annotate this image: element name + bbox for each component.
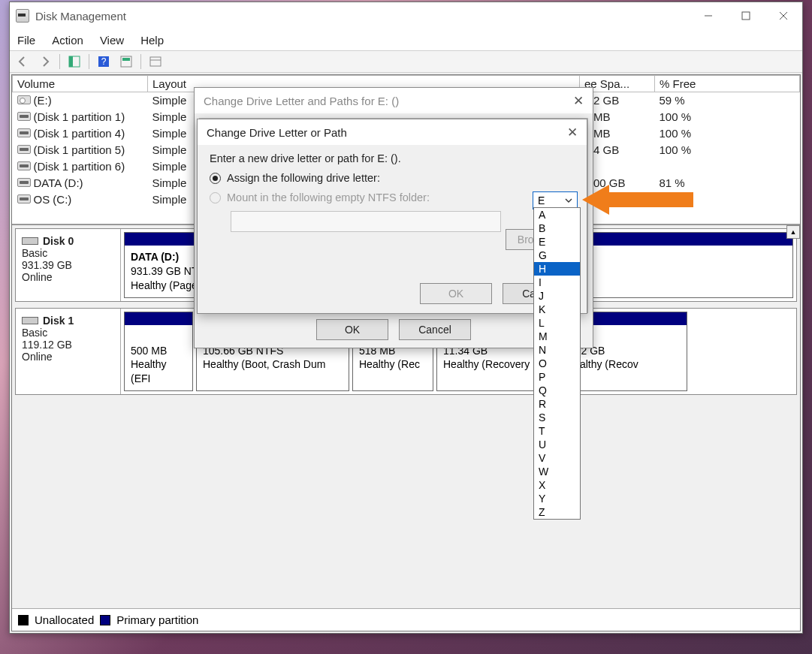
dialog-title: Change Drive Letter and Paths for E: () … [195,88,593,113]
dropdown-item[interactable]: A [534,208,580,222]
legend-primary: Primary partition [116,613,198,626]
menu-action[interactable]: Action [52,34,83,47]
refresh-icon[interactable] [116,53,136,71]
volume-icon [17,178,31,187]
dropdown-item[interactable]: Q [534,384,580,397]
volume-icon [17,194,31,203]
legend-unallocated-icon [18,615,29,625]
disk-header: Disk 0Basic931.39 GBOnline [16,229,121,301]
menu-bar: File Action View Help [10,29,802,50]
dialog2-title: Change Drive Letter or Path ✕ [198,119,587,145]
disk-icon [22,237,38,245]
svg-rect-5 [69,56,73,67]
dropdown-item[interactable]: X [534,478,580,492]
chevron-down-icon [565,194,572,206]
dropdown-item[interactable]: T [534,424,580,438]
dropdown-item[interactable]: O [534,357,580,370]
svg-text:?: ? [101,56,107,67]
dialog-prompt: Enter a new drive letter or path for E: … [210,152,575,164]
ntfs-folder-input [231,211,501,232]
annotation-arrow [582,183,695,216]
partition[interactable]: 500 MBHealthy (EFI [124,312,193,392]
dropdown-item[interactable]: J [534,289,580,303]
close-icon[interactable]: ✕ [573,93,584,109]
legend-primary-icon [100,615,110,625]
close-icon[interactable]: ✕ [567,125,578,140]
dropdown-item[interactable]: Y [534,492,580,505]
ok-button[interactable]: OK [420,283,492,304]
menu-help[interactable]: Help [140,34,164,47]
maximize-button[interactable] [727,2,765,29]
col-volume[interactable]: Volume [13,76,148,92]
dropdown-item[interactable]: H [534,262,580,276]
window-title: Disk Management [35,10,126,23]
dropdown-item[interactable]: G [534,249,580,262]
dropdown-item[interactable]: B [534,222,580,235]
volume-icon [17,112,31,121]
dropdown-item[interactable]: L [534,316,580,330]
toolbar: ? [10,50,802,73]
menu-view[interactable]: View [100,34,124,47]
svg-marker-12 [582,185,693,215]
dropdown-item[interactable]: S [534,411,580,424]
minimize-button[interactable] [690,2,727,29]
col-pct[interactable]: % Free [655,76,800,92]
forward-button[interactable] [35,53,55,71]
dropdown-item[interactable]: R [534,397,580,411]
radio-assign-letter[interactable]: Assign the following drive letter: [210,172,575,184]
settings-icon[interactable] [146,53,165,71]
dropdown-item[interactable]: P [534,370,580,384]
menu-file[interactable]: File [17,34,35,47]
dropdown-item[interactable]: M [534,330,580,343]
svg-rect-9 [122,58,130,61]
radio-mount-folder[interactable]: Mount in the following empty NTFS folder… [210,191,575,203]
dropdown-item[interactable]: W [534,465,580,478]
svg-rect-1 [742,12,750,20]
dropdown-item[interactable]: N [534,343,580,357]
app-icon [16,9,29,23]
dropdown-item[interactable]: Z [534,505,580,519]
volume-icon [17,145,31,154]
back-button[interactable] [13,53,32,71]
dropdown-item[interactable]: K [534,303,580,316]
legend: Unallocated Primary partition [12,608,800,631]
disk-header: Disk 1Basic119.12 GBOnline [16,309,121,395]
dropdown-item[interactable]: U [534,438,580,451]
volume-icon [17,95,31,104]
drive-letter-dropdown[interactable]: ABEGHIJKLMNOPQRSTUVWXYZ [533,207,581,520]
disk-icon [22,317,38,324]
legend-unallocated: Unallocated [35,613,94,626]
dropdown-item[interactable]: I [534,276,580,289]
close-button[interactable] [765,2,802,29]
volume-icon [17,161,31,170]
dropdown-item[interactable]: V [534,451,580,465]
title-bar: Disk Management [10,2,802,29]
dialog-change-letter: Change Drive Letter or Path ✕ Enter a ne… [197,119,587,314]
svg-rect-10 [150,57,161,66]
dropdown-item[interactable]: E [534,235,580,249]
ok-button[interactable]: OK [316,319,388,340]
volume-icon [17,128,31,137]
cancel-button[interactable]: Cancel [399,319,471,340]
help-icon[interactable]: ? [94,53,113,71]
scroll-up-button[interactable]: ▲ [786,225,800,239]
show-hide-tree-button[interactable] [65,53,84,71]
